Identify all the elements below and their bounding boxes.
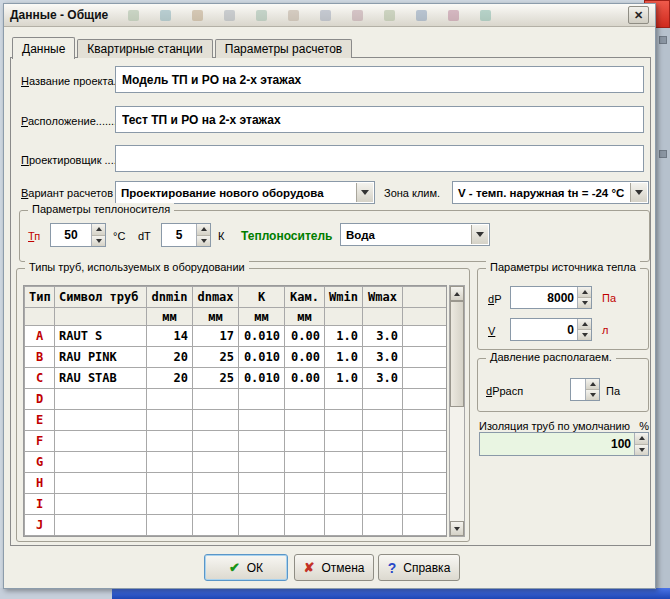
table-row[interactable]: F	[25, 431, 447, 452]
pipe-cell[interactable]: 3.0	[363, 326, 403, 347]
pipe-cell[interactable]	[325, 473, 363, 494]
designer-input[interactable]	[115, 145, 644, 172]
col-header[interactable]: Тип	[25, 287, 55, 308]
pipe-cell[interactable]: 14	[147, 326, 193, 347]
pipe-cell[interactable]	[325, 389, 363, 410]
pipe-cell[interactable]: RAU STAB	[55, 368, 147, 389]
dt-input[interactable]	[162, 224, 196, 246]
pipe-cell[interactable]: 20	[147, 347, 193, 368]
pipe-type-cell[interactable]: A	[25, 326, 55, 347]
pipe-cell[interactable]	[147, 473, 193, 494]
pipe-cell[interactable]	[325, 410, 363, 431]
pipe-cell[interactable]	[193, 410, 239, 431]
pipe-cell[interactable]	[363, 515, 403, 536]
table-row[interactable]: D	[25, 389, 447, 410]
pipe-cell[interactable]	[55, 494, 147, 515]
pipe-cell[interactable]	[285, 389, 325, 410]
dt-spin-down[interactable]	[197, 236, 210, 247]
dp-rasp-input[interactable]	[571, 379, 585, 400]
ok-button[interactable]: ✔ ОК	[204, 554, 288, 581]
col-header[interactable]: Символ труб	[55, 287, 147, 308]
help-button[interactable]: ? Справка	[378, 554, 460, 581]
pipe-cell[interactable]: RAU PINK	[55, 347, 147, 368]
pipe-cell[interactable]	[55, 410, 147, 431]
pipe-cell[interactable]	[239, 389, 285, 410]
location-input[interactable]	[115, 106, 644, 133]
pipe-cell[interactable]	[193, 515, 239, 536]
pipe-cell[interactable]	[239, 410, 285, 431]
col-header[interactable]: dnmax	[193, 287, 239, 308]
calc-variant-combobox[interactable]: Проектирование нового оборудова	[115, 181, 375, 204]
pipe-cell[interactable]	[193, 473, 239, 494]
dp-spin-down[interactable]	[578, 298, 591, 308]
pipe-cell[interactable]	[239, 494, 285, 515]
pipe-table-scrollbar[interactable]	[449, 285, 465, 537]
pipe-cell[interactable]	[363, 410, 403, 431]
pipe-cell[interactable]: 20	[147, 368, 193, 389]
pipe-cell[interactable]	[325, 515, 363, 536]
pipe-type-cell[interactable]: I	[25, 494, 55, 515]
pipe-type-cell[interactable]: D	[25, 389, 55, 410]
pipe-cell[interactable]	[285, 452, 325, 473]
pipe-cell[interactable]	[285, 515, 325, 536]
pipe-cell[interactable]	[239, 452, 285, 473]
pipe-cell[interactable]	[285, 494, 325, 515]
pipe-cell[interactable]	[55, 431, 147, 452]
pipe-type-cell[interactable]: F	[25, 431, 55, 452]
pipe-cell[interactable]	[239, 473, 285, 494]
pipe-cell[interactable]	[147, 410, 193, 431]
pipe-cell[interactable]	[363, 389, 403, 410]
pipe-cell[interactable]: 0.00	[285, 347, 325, 368]
insulation-spin-up[interactable]	[635, 433, 648, 445]
dp-spin-up[interactable]	[578, 287, 591, 298]
pipe-cell[interactable]	[325, 431, 363, 452]
close-button[interactable]: ✕	[628, 6, 649, 24]
table-row[interactable]: G	[25, 452, 447, 473]
cancel-button[interactable]: ✘ Отмена	[294, 554, 374, 581]
pipe-type-cell[interactable]: E	[25, 410, 55, 431]
pipe-cell[interactable]	[325, 494, 363, 515]
volume-spin-down[interactable]	[578, 330, 591, 340]
pipe-cell[interactable]: 1.0	[325, 326, 363, 347]
pipe-cell[interactable]: 0.010	[239, 368, 285, 389]
table-row[interactable]: CRAU STAB20250.0100.001.03.0	[25, 368, 447, 389]
pipe-cell[interactable]	[193, 389, 239, 410]
pipe-cell[interactable]	[363, 494, 403, 515]
insulation-spin-down[interactable]	[635, 445, 648, 456]
pipe-cell[interactable]	[193, 431, 239, 452]
col-header[interactable]: dnmin	[147, 287, 193, 308]
table-row[interactable]: I	[25, 494, 447, 515]
tab-kvartirnye-stancii[interactable]: Квартирные станции	[77, 39, 212, 58]
pipe-cell[interactable]	[363, 452, 403, 473]
table-row[interactable]: H	[25, 473, 447, 494]
dp-rasp-spin-up[interactable]	[586, 379, 599, 390]
pipe-cell[interactable]	[363, 431, 403, 452]
dropdown-button[interactable]	[471, 225, 488, 244]
pipe-type-cell[interactable]: H	[25, 473, 55, 494]
scrollbar-thumb[interactable]	[450, 301, 464, 407]
pipe-cell[interactable]: 25	[193, 347, 239, 368]
pipe-cell[interactable]	[325, 452, 363, 473]
pipe-cell[interactable]	[55, 515, 147, 536]
pipe-cell[interactable]: 0.010	[239, 347, 285, 368]
pipe-cell[interactable]: 25	[193, 368, 239, 389]
pipe-type-cell[interactable]: B	[25, 347, 55, 368]
pipe-cell[interactable]	[239, 431, 285, 452]
table-row[interactable]: J	[25, 515, 447, 536]
table-row[interactable]: E	[25, 410, 447, 431]
pipe-cell[interactable]	[147, 389, 193, 410]
col-header[interactable]: Wmin	[325, 287, 363, 308]
pipe-cell[interactable]	[55, 452, 147, 473]
pipe-cell[interactable]: 1.0	[325, 368, 363, 389]
col-header[interactable]: Кам.	[285, 287, 325, 308]
dt-spin-up[interactable]	[197, 224, 210, 236]
pipe-cell[interactable]: 0.00	[285, 368, 325, 389]
pipe-cell[interactable]: 3.0	[363, 347, 403, 368]
pipe-type-cell[interactable]: J	[25, 515, 55, 536]
pipe-cell[interactable]	[55, 473, 147, 494]
table-row[interactable]: ARAUT S14170.0100.001.03.0	[25, 326, 447, 347]
tp-spin-down[interactable]	[92, 236, 105, 247]
tp-input[interactable]	[51, 224, 91, 246]
scroll-down-button[interactable]	[450, 521, 464, 536]
climate-zone-combobox[interactable]: V - темп. наружная tн = -24 °C	[452, 181, 649, 204]
